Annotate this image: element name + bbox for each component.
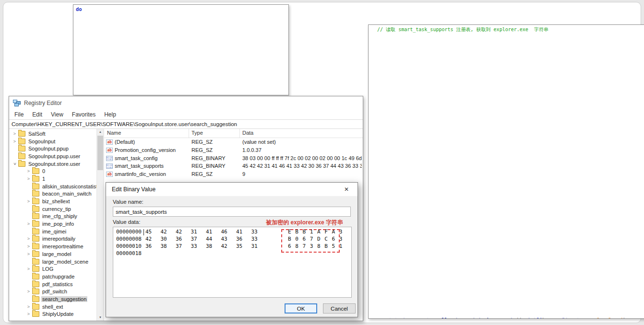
value-type: REG_SZ — [191, 171, 239, 177]
tree-item-shell_ext[interactable]: >shell_ext — [9, 303, 96, 311]
value-type: REG_BINARY — [191, 155, 239, 161]
hex-byte: 30 — [161, 236, 176, 242]
tree-item-1[interactable]: >1 — [9, 175, 96, 183]
hex-row[interactable]: 0000001036383733384235316 8 7 3 8 B 5 1 — [116, 243, 351, 250]
expander-collapsed-icon[interactable]: > — [26, 199, 31, 204]
menu-edit[interactable]: Edit — [28, 111, 47, 118]
expander-collapsed-icon[interactable]: > — [26, 267, 31, 271]
tree-item-label: pdf_switch — [41, 289, 68, 294]
expander-collapsed-icon[interactable]: > — [26, 304, 31, 309]
tree-item-ShiplyUpdate[interactable]: >ShiplyUpdate — [9, 311, 96, 318]
hex-row[interactable]: 000000084230363744433633B 0 6 7 D C 6 3 — [116, 236, 351, 243]
folder-icon — [32, 311, 39, 317]
tree-item-ime_pop_info[interactable]: >ime_pop_info — [9, 220, 96, 228]
expander-collapsed-icon[interactable]: > — [26, 176, 31, 181]
tree-item-allskin_statusiconstatistics[interactable]: allskin_statusiconstatistics — [9, 183, 96, 190]
tree-item-large_model_scene[interactable]: large_model_scene — [9, 258, 96, 266]
tree-item-large_model[interactable]: >large_model — [9, 250, 96, 258]
menu-favorites[interactable]: Favorites — [68, 111, 100, 118]
registry-row-smartinfo_dic_version[interactable]: absmartinfo_dic_versionREG_SZ9 — [104, 170, 363, 178]
expander-collapsed-icon[interactable]: > — [26, 252, 31, 256]
ok-button[interactable]: OK — [285, 303, 317, 313]
hex-editor[interactable]: 000000004542423141464133E B B 1 A F A 30… — [113, 227, 352, 298]
registry-row-(Default)[interactable]: ab(Default)REG_SZ(value not set) — [104, 138, 363, 146]
address-bar[interactable]: Computer\HKEY_CURRENT_USER\SOFTWARE\Sogo… — [9, 119, 363, 129]
tree-scrollbar[interactable]: ▲ ▼ — [96, 129, 104, 321]
tree-item-search_suggestion[interactable]: search_suggestion — [9, 295, 96, 303]
expander-collapsed-icon[interactable]: > — [12, 131, 17, 136]
tree-item-currency_tip[interactable]: currency_tip — [9, 205, 96, 213]
folder-icon — [32, 259, 39, 265]
column-separator[interactable] — [189, 129, 189, 138]
folder-icon — [32, 229, 39, 234]
tree-item-beacon_main_switch[interactable]: beacon_main_switch — [9, 190, 96, 198]
expander-collapsed-icon[interactable]: > — [26, 312, 31, 316]
tree-item-SogouInput.ppup.user[interactable]: SogouInput.ppup.user — [9, 152, 96, 160]
value-name: Promotion_config_version — [115, 147, 188, 153]
encrypted-string-annotation: 被加密的 explorer.exe 字符串 — [266, 219, 343, 227]
folder-icon — [32, 168, 39, 174]
folder-icon — [32, 236, 39, 242]
tree-item-ime_qimei[interactable]: ime_qimei — [9, 228, 96, 235]
hex-byte: 43 — [221, 236, 237, 242]
hex-ascii: E B B 1 A F A 3 — [288, 229, 343, 235]
registry-row-smart_task_config[interactable]: 01101101smart_task_configREG_BINARY38 03… — [104, 154, 363, 162]
value-type: REG_SZ — [191, 139, 239, 145]
column-header-type[interactable]: Type — [191, 130, 203, 136]
tree-item-SogouInput[interactable]: >SogouInput — [9, 138, 96, 145]
tree-item-ime_cfg_shiply[interactable]: ime_cfg_shiply — [9, 213, 96, 221]
expander-expanded-icon[interactable]: > — [12, 161, 17, 166]
expander-collapsed-icon[interactable]: > — [26, 289, 31, 294]
folder-icon — [32, 184, 39, 189]
hex-row[interactable]: 00000018 — [116, 250, 351, 257]
tree-item-label: pdf_statistics — [41, 281, 74, 287]
folder-icon — [32, 304, 39, 310]
column-header-data[interactable]: Data — [242, 130, 253, 136]
cancel-button[interactable]: Cancel — [323, 303, 356, 313]
value-type: REG_BINARY — [191, 163, 239, 169]
tree-item-label: imereportdaily — [41, 236, 76, 242]
folder-icon — [32, 289, 39, 294]
value-name-field[interactable] — [113, 207, 351, 217]
expander-collapsed-icon[interactable]: > — [12, 139, 17, 144]
tree-item-pdf_statistics[interactable]: pdf_statistics — [9, 280, 96, 288]
tree-item-pdf_switch[interactable]: >pdf_switch — [9, 288, 96, 295]
tree-item-SalSoft[interactable]: >SalSoft — [9, 130, 96, 138]
expander-collapsed-icon[interactable]: > — [26, 221, 31, 226]
value-name: (Default) — [115, 139, 188, 145]
expander-collapsed-icon[interactable]: > — [26, 169, 31, 174]
menu-file[interactable]: File — [10, 111, 28, 118]
registry-row-Promotion_config_version[interactable]: abPromotion_config_versionREG_SZ1.0.0.37 — [104, 146, 363, 154]
value-name-label: Value name: — [113, 199, 143, 205]
tree-item-label: large_model — [41, 251, 72, 257]
scroll-down-icon[interactable]: ▼ — [97, 314, 104, 321]
tree-item-SogouInput.store.user[interactable]: >SogouInput.store.user — [9, 160, 96, 168]
list-header: NameTypeData — [104, 129, 363, 138]
menu-view[interactable]: View — [47, 111, 68, 118]
expander-collapsed-icon[interactable]: > — [26, 236, 31, 241]
value-type: REG_SZ — [191, 147, 239, 153]
tree-item-LOG[interactable]: >LOG — [9, 265, 96, 273]
value-data-label: Value data: — [113, 219, 140, 225]
scrollbar-thumb[interactable] — [97, 136, 103, 170]
close-icon[interactable]: ✕ — [341, 185, 352, 194]
menu-help[interactable]: Help — [100, 111, 120, 118]
registry-row-smart_task_supports[interactable]: 01101101smart_task_supportsREG_BINARY45 … — [104, 162, 363, 170]
tree-item-imereportdaily[interactable]: >imereportdaily — [9, 235, 96, 243]
tree-item-biz_shellext[interactable]: >biz_shellext — [9, 197, 96, 205]
scroll-up-icon[interactable]: ▲ — [97, 129, 104, 135]
tree-item-label: biz_shellext — [41, 198, 71, 204]
folder-icon — [32, 206, 39, 212]
expander-collapsed-icon[interactable]: > — [26, 244, 31, 249]
column-separator[interactable] — [239, 129, 240, 138]
tree-item-0[interactable]: >0 — [9, 167, 96, 175]
tree-item-label: ime_pop_info — [41, 221, 75, 227]
tree-item-label: beacon_main_switch — [41, 191, 93, 197]
hex-row[interactable]: 000000004542423141464133E B B 1 A F A 3 — [116, 229, 351, 236]
tree-item-imereportrealtime[interactable]: >imereportrealtime — [9, 243, 96, 250]
column-header-name[interactable]: Name — [107, 130, 121, 136]
tree-item-patchupgrade[interactable]: patchupgrade — [9, 273, 96, 280]
code-line: smart_task_supports = ff_get_smart_task_… — [371, 317, 642, 319]
tree-item-SogouInput.ppup[interactable]: SogouInput.ppup — [9, 145, 96, 152]
folder-icon — [32, 191, 39, 197]
